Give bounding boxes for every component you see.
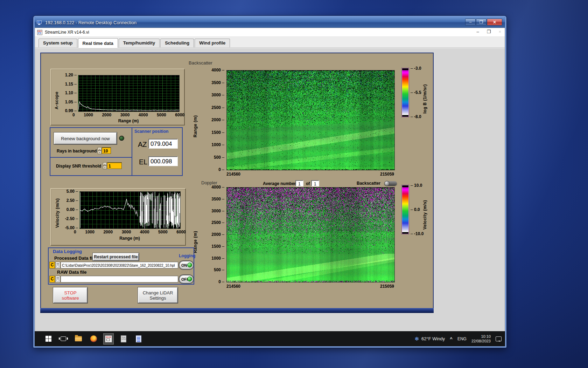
velocity-plot — [79, 191, 181, 229]
app-minimize-button[interactable]: – — [477, 29, 479, 34]
remote-desktop-window: 192.168.0.122 - Remote Desktop Connectio… — [33, 16, 506, 348]
start-button[interactable] — [43, 333, 54, 345]
rays-in-background-label: Rays in background — [57, 149, 97, 154]
weather-icon: ❄ — [414, 336, 419, 342]
processed-path-type-button[interactable]: C — [49, 262, 55, 268]
tab-system-setup[interactable]: System setup — [38, 39, 77, 47]
backscatter-doppler-toggle[interactable] — [384, 181, 397, 186]
tab-wind-profile[interactable]: Wind profile — [195, 39, 230, 47]
doppler-heatmap — [226, 187, 395, 282]
taskbar-clock[interactable]: 10:10 22/08/2023 — [471, 334, 491, 343]
tick-label: 2000 — [102, 113, 111, 117]
renew-background-button[interactable]: Renew background now — [54, 132, 117, 144]
scan-scheduler-button[interactable]: Scansched — [118, 333, 129, 345]
task-view-button[interactable] — [58, 333, 69, 345]
app-titlebar[interactable]: StreamLine XR v14-6.vi – ❐ × — [35, 28, 505, 37]
ascope-x-axis-label: Range (m) — [78, 118, 179, 123]
tick-label: 500 — [207, 268, 224, 272]
remote-desktop-icon — [37, 20, 42, 25]
elevation-value-field[interactable]: 000.098 — [148, 156, 178, 166]
tick-label: 4000 — [139, 113, 148, 117]
rdp-minimize-button[interactable]: – — [465, 19, 476, 26]
rdp-close-button[interactable]: × — [487, 19, 502, 26]
rdp-window-title: 192.168.0.122 - Remote Desktop Connectio… — [45, 20, 136, 25]
ascope-plot — [78, 75, 180, 112]
tray-chevron-icon[interactable]: ^ — [450, 336, 453, 341]
rays-value-field[interactable]: 10 — [102, 147, 111, 154]
backscatter-x-start: 214560 — [226, 172, 240, 177]
rays-spinner[interactable]: ▲▼ — [98, 147, 102, 154]
restart-processed-file-button[interactable]: Restart processed file — [93, 253, 139, 261]
folder-icon — [75, 336, 82, 341]
tick-label: 1000 — [207, 143, 224, 147]
tab-real-time-data[interactable]: Real time data — [78, 38, 118, 48]
processed-logging-on-button[interactable]: ON — [179, 261, 194, 270]
tab-temp-humidity[interactable]: Temp/humidity — [119, 39, 160, 47]
backscatter-colorbar-ticks: -3.0-5.5-8.0 — [411, 66, 421, 119]
raw-path-browse-icon[interactable] — [55, 276, 60, 282]
clock-time: 10:10 — [481, 334, 491, 339]
tick-label: 1.05 — [59, 100, 77, 104]
rdp-titlebar[interactable]: 192.168.0.122 - Remote Desktop Connectio… — [35, 17, 505, 28]
tick-label: 6000 — [176, 230, 186, 234]
stop-button-line2: software — [62, 295, 79, 301]
doppler-colorbar-label: Velocity (m/s) — [422, 193, 427, 230]
tick-label: 4000 — [207, 68, 224, 72]
backscatter-heatmap — [226, 70, 395, 170]
tick-label: 1.20 — [59, 73, 77, 77]
streamline-taskbar-button[interactable] — [103, 333, 114, 345]
doppler-colorbar — [402, 185, 409, 234]
tick-label: 1000 — [85, 230, 94, 234]
tick-label: 5.00 — [61, 189, 78, 193]
tick-label: 2000 — [207, 232, 224, 237]
processed-path-browse-icon[interactable] — [55, 262, 60, 268]
backscatter-toggle-label: Backscatter — [357, 181, 380, 186]
elevation-label: EL — [139, 158, 147, 166]
app-restore-button[interactable]: ❐ — [487, 29, 491, 34]
rdp-client-area: StreamLine XR v14-6.vi – ❐ × System setu… — [35, 28, 505, 346]
weather-widget[interactable]: ❄ 62°F Windy — [414, 336, 445, 342]
average-total-field[interactable]: 1 — [311, 180, 319, 186]
streamline-app-window: StreamLine XR v14-6.vi – ❐ × System setu… — [35, 28, 505, 332]
tick-label: 3000 — [120, 113, 130, 117]
tick-label: 5000 — [158, 230, 168, 234]
tab-scheduling[interactable]: Scheduling — [160, 39, 194, 47]
backscatter-y-ticks: 40003500300025002000150010005000 — [207, 68, 224, 172]
controls-divider — [50, 157, 132, 158]
ascope-y-ticks: 1.201.151.101.050.99 — [59, 73, 77, 113]
snr-value-field[interactable]: 1 — [107, 162, 122, 169]
backscatter-colorbar — [402, 68, 409, 117]
off-led-icon — [187, 277, 192, 281]
raw-logging-off-button[interactable]: OFF — [179, 275, 194, 284]
notepad-doc-button[interactable] — [133, 333, 144, 345]
language-indicator[interactable]: ENG — [457, 336, 467, 341]
snr-spinner[interactable]: ▲▼ — [103, 162, 107, 169]
backscatter-y-axis-label: Range (m) — [193, 102, 198, 137]
stop-software-button[interactable]: STOP software — [53, 287, 88, 303]
velocity-x-ticks: 0100020003000400050006000 — [74, 230, 186, 234]
doppler-colorbar-ticks: 10.00.0-10.0 — [411, 183, 424, 236]
on-led-icon — [187, 263, 192, 267]
raw-path-field[interactable] — [61, 276, 178, 282]
renew-background-led — [119, 136, 124, 141]
change-lidar-settings-button[interactable]: Change LiDAR Settings — [138, 287, 178, 303]
scan-scheduler-icon: Scansched — [121, 335, 126, 342]
tick-label: 1500 — [207, 244, 224, 248]
raw-path-type-button[interactable]: C — [49, 276, 55, 282]
clock-date: 22/08/2023 — [471, 339, 491, 343]
average-number-field[interactable]: 1 — [295, 180, 303, 186]
app-close-button[interactable]: × — [498, 29, 501, 34]
scanner-position-box: Scanner position AZ 079.004 EL 000.098 — [132, 127, 183, 176]
tick-label: 1500 — [207, 130, 224, 135]
tick-label: 4000 — [207, 185, 224, 189]
rdp-maximize-button[interactable]: ❐ — [476, 19, 486, 26]
processed-path-field[interactable]: C:\Lidar\Data\Proc\2023\202308\20230822\… — [61, 262, 178, 268]
azimuth-value-field[interactable]: 079.004 — [148, 139, 178, 149]
ascope-x-ticks: 0100020003000400050006000 — [72, 113, 184, 117]
notification-center-icon[interactable] — [496, 336, 502, 341]
doppler-x-start: 214560 — [226, 284, 240, 289]
firefox-button[interactable] — [88, 333, 99, 345]
velocity-y-axis-label: Velocity (m/s) — [55, 193, 60, 228]
file-explorer-button[interactable] — [73, 333, 84, 345]
tick-label: 3500 — [207, 197, 224, 201]
